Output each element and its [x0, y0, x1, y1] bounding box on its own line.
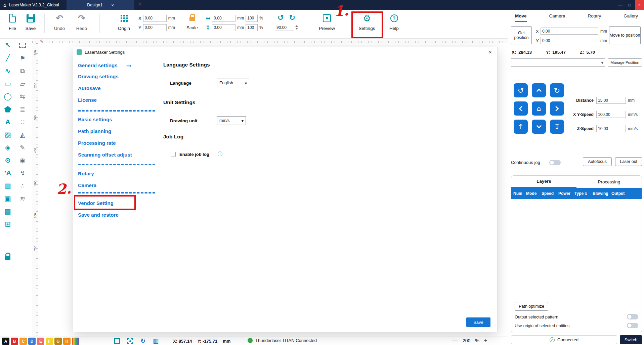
y-position-input[interactable] — [143, 24, 167, 31]
get-position-button[interactable]: Get position — [511, 26, 532, 44]
halftone-tool[interactable]: ▦ — [2, 181, 13, 191]
settings-nav-save-and-restore[interactable]: Save and restore — [78, 212, 119, 218]
layer-color-a[interactable]: A — [2, 338, 9, 345]
layer-color-c[interactable]: C — [19, 338, 27, 345]
dialog-save-button[interactable]: Save — [466, 317, 490, 327]
align-tool[interactable]: ≣ — [17, 104, 28, 114]
laser-out-button[interactable]: Laser out — [615, 157, 642, 166]
language-select[interactable]: English ▾ — [217, 79, 249, 87]
tab-gallery[interactable]: Gallery — [624, 13, 638, 22]
curve-tool[interactable]: ∿ — [2, 66, 13, 76]
width-input[interactable] — [212, 15, 235, 22]
zoom-in-button[interactable]: + — [484, 337, 487, 344]
layer-color-d[interactable]: D — [28, 338, 36, 345]
file-button[interactable]: File — [5, 13, 20, 31]
height-percent-input[interactable] — [246, 24, 258, 31]
layer-color-g[interactable]: G — [54, 338, 62, 345]
polygon-tool[interactable] — [2, 104, 13, 114]
image-tool[interactable]: ▨ — [2, 130, 13, 140]
layer-color-f[interactable]: F — [46, 338, 53, 345]
sync-icon[interactable]: ↻ — [140, 338, 145, 344]
z-speed-input[interactable] — [596, 125, 626, 132]
jog-rotate-ccw-button[interactable]: ↺ — [514, 83, 528, 97]
jog-left-button[interactable] — [514, 101, 528, 116]
close-button[interactable]: × — [635, 0, 644, 10]
line-tool[interactable]: ╱ — [2, 53, 13, 63]
box-3d-tool[interactable]: ▣ — [2, 193, 13, 204]
redo-button[interactable]: ↷ Redo — [73, 13, 90, 31]
path-optimize-button[interactable]: Path optimize — [515, 302, 548, 311]
marquee-tool[interactable] — [17, 40, 28, 50]
enable-job-log-checkbox[interactable] — [171, 152, 176, 157]
jog-home-button[interactable]: ⌂ — [532, 101, 546, 116]
layer-color-b[interactable]: B — [11, 338, 18, 345]
weld-tool[interactable]: ◉ — [17, 155, 28, 165]
jog-to-top-button[interactable]: ↥ — [514, 120, 528, 134]
continuous-jog-toggle[interactable] — [549, 160, 561, 165]
save-button[interactable]: Save — [23, 13, 38, 31]
manage-position-button[interactable]: Manage Position — [608, 58, 642, 67]
jog-to-bottom-button[interactable]: ↧ — [550, 120, 564, 134]
rectangle-tool[interactable]: ▭ — [2, 79, 13, 89]
tab-close-icon[interactable]: × — [111, 3, 114, 8]
width-percent-input[interactable] — [246, 15, 258, 22]
settings-nav-license[interactable]: License — [78, 97, 97, 103]
info-icon[interactable]: ⓘ — [218, 151, 222, 157]
ai-text-tool[interactable]: ʼA — [2, 168, 13, 178]
array-grid-tool[interactable]: ∷ — [17, 117, 28, 127]
scale-lock-button[interactable]: Scale — [184, 12, 200, 30]
switch-device-button[interactable]: Switch — [620, 335, 642, 344]
settings-nav-general-settings[interactable]: General settings→ — [78, 62, 131, 69]
x-position-input[interactable] — [143, 15, 167, 22]
drawing-unit-select[interactable]: mm/s ▾ — [217, 116, 246, 125]
mirror-tool[interactable]: ◭ — [17, 130, 28, 140]
layout-tool[interactable]: ⊞ — [2, 219, 13, 229]
settings-nav-scanning-offset-adjust[interactable]: Scanning offset adjust — [78, 152, 132, 158]
select-tool[interactable]: ↖ — [2, 40, 13, 50]
lock-canvas-button[interactable] — [5, 253, 10, 260]
panel-x-input[interactable] — [541, 28, 598, 35]
rotation-input[interactable] — [275, 24, 294, 31]
panel-y-input[interactable] — [541, 37, 598, 44]
tab-camera[interactable]: Camera — [549, 13, 565, 22]
tab-move[interactable]: Move — [515, 13, 527, 22]
clone-tool[interactable]: ⧉ — [17, 66, 28, 76]
settings-nav-path-planning[interactable]: Path planning — [78, 128, 111, 134]
settings-nav-camera[interactable]: Camera — [78, 182, 96, 188]
minimize-button[interactable]: — — [616, 0, 625, 10]
dialog-close-icon[interactable]: × — [489, 49, 492, 55]
copy-tool[interactable]: ▱ — [17, 79, 28, 89]
settings-nav-drawing-settings[interactable]: Drawing settings — [78, 74, 119, 79]
move-to-position-button[interactable]: Move to position — [609, 26, 641, 44]
new-tab-button[interactable]: + — [138, 1, 141, 7]
settings-nav-autosave[interactable]: Autosave — [78, 85, 101, 91]
settings-nav-processing-rate[interactable]: Processing rate — [78, 140, 116, 146]
engrave-line-tool[interactable]: ↯ — [17, 168, 28, 178]
layer-color-e[interactable]: E — [37, 338, 44, 345]
tab-processing[interactable]: Processing — [576, 176, 642, 188]
output-selected-toggle[interactable] — [627, 314, 638, 319]
layers-tool[interactable]: ≋ — [17, 193, 28, 204]
rotation-stepper[interactable] — [295, 25, 298, 30]
help-button[interactable]: ? Help — [386, 13, 402, 31]
capture-area-icon[interactable] — [127, 338, 133, 344]
xy-speed-input[interactable] — [596, 111, 626, 118]
node-scatter-tool[interactable]: ∴ — [17, 181, 28, 191]
jog-right-button[interactable] — [550, 101, 564, 116]
flip-horizontal-tool[interactable]: ⇆ — [17, 91, 28, 101]
grid-view-icon[interactable]: ▦ — [153, 338, 159, 344]
frame-icon[interactable] — [114, 338, 120, 344]
layer-color-h[interactable]: H — [63, 338, 71, 345]
sort-icon[interactable]: ⇅ — [584, 192, 587, 196]
settings-nav-basic-settings[interactable]: Basic settings — [78, 117, 112, 122]
height-input[interactable] — [212, 24, 235, 31]
position-preset-dropdown[interactable]: ▾ — [511, 58, 605, 67]
ellipse-tool[interactable]: ◯ — [2, 91, 13, 101]
tab-rotary[interactable]: Rotary — [588, 13, 601, 22]
jog-rotate-cw-button[interactable]: ↻ — [550, 83, 564, 97]
jog-down-button[interactable] — [532, 120, 546, 134]
text-tool[interactable]: A — [2, 117, 13, 127]
maximize-button[interactable]: □ — [625, 0, 634, 10]
use-origin-toggle[interactable] — [627, 323, 638, 328]
toolbox-tool[interactable]: ▤ — [2, 206, 13, 216]
